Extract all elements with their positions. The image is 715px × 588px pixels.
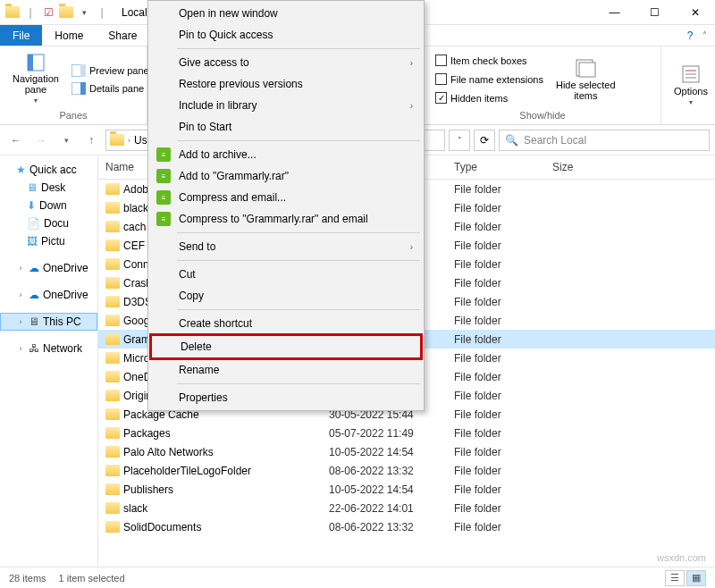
file-name: CEF <box>123 239 145 252</box>
thumbnails-view-button[interactable]: ▦ <box>686 570 706 586</box>
cm-copy[interactable]: Copy <box>150 285 422 307</box>
sidebar-item-documents[interactable]: 📄Docu <box>0 214 97 232</box>
cm-delete[interactable]: Delete <box>149 333 423 360</box>
cm-pin-quick-access[interactable]: Pin to Quick access <box>150 24 422 46</box>
file-type: File folder <box>447 371 545 383</box>
chevron-right-icon[interactable]: › <box>128 136 130 145</box>
recent-locations-button[interactable]: ▾ <box>55 130 77 151</box>
file-row[interactable]: SolidDocuments08-06-2022 13:32File folde… <box>98 517 715 536</box>
window-title: Local <box>122 6 147 19</box>
navigation-pane-button[interactable]: Navigation pane ▾ <box>7 50 64 108</box>
cm-restore-versions[interactable]: Restore previous versions <box>150 73 422 95</box>
cm-add-to-rar[interactable]: ≡Add to "Grammarly.rar" <box>150 165 422 187</box>
address-dropdown-button[interactable]: ˅ <box>449 130 470 151</box>
up-button[interactable]: ↑ <box>80 130 102 151</box>
file-type: File folder <box>447 315 545 327</box>
folder-icon <box>105 277 120 289</box>
sidebar-item-onedrive-personal[interactable]: ›☁OneDrive <box>0 286 97 304</box>
folder-icon <box>105 408 120 420</box>
details-view-button[interactable]: ☰ <box>665 570 685 586</box>
folder-icon <box>105 352 120 364</box>
close-button[interactable]: ✕ <box>675 0 715 25</box>
column-type[interactable]: Type <box>447 155 545 179</box>
cm-open-new-window[interactable]: Open in new window <box>150 3 422 24</box>
file-date: 08-06-2022 13:32 <box>322 521 447 533</box>
cm-give-access-to[interactable]: Give access to› <box>150 52 422 73</box>
file-name: Packages <box>123 427 171 440</box>
sidebar-item-desktop[interactable]: 🖥Desk <box>0 179 97 197</box>
cm-create-shortcut[interactable]: Create shortcut <box>150 313 422 334</box>
new-folder-qat-icon[interactable] <box>59 5 73 20</box>
navigation-sidebar: ★Quick acc 🖥Desk ⬇Down 📄Docu 🖼Pictu ›☁On… <box>0 155 98 567</box>
item-checkboxes-toggle[interactable]: Item check boxes <box>432 53 547 68</box>
file-row[interactable]: PlaceholderTileLogoFolder08-06-2022 13:3… <box>98 461 715 480</box>
column-size[interactable]: Size <box>545 155 617 179</box>
cm-send-to[interactable]: Send to› <box>150 236 422 257</box>
cm-compress-email[interactable]: ≡Compress and email... <box>150 187 422 208</box>
help-icon[interactable]: ? <box>677 25 702 46</box>
refresh-button[interactable]: ⟳ <box>474 130 495 151</box>
sidebar-item-pictures[interactable]: 🖼Pictu <box>0 232 97 250</box>
chevron-right-icon: › <box>410 242 413 252</box>
cm-separator <box>177 309 420 310</box>
ribbon-collapse-icon[interactable]: ˄ <box>702 25 715 46</box>
cm-include-library[interactable]: Include in library› <box>150 95 422 116</box>
file-date: 22-06-2022 14:01 <box>322 502 447 515</box>
cm-rename[interactable]: Rename <box>150 359 422 381</box>
cm-separator <box>177 140 420 141</box>
sidebar-item-network[interactable]: ›🖧Network <box>0 340 97 357</box>
properties-qat-icon[interactable]: ☑ <box>41 5 55 20</box>
cm-cut[interactable]: Cut <box>150 264 422 285</box>
file-row[interactable]: slack22-06-2022 14:01File folder <box>98 499 715 517</box>
qat-dropdown-icon[interactable]: ▾ <box>77 5 91 20</box>
hide-selected-button[interactable]: Hide selected items <box>551 50 621 108</box>
rar-icon: ≡ <box>156 190 171 205</box>
file-type: File folder <box>447 408 545 421</box>
file-date: 10-05-2022 14:54 <box>322 483 447 496</box>
preview-pane-button[interactable]: Preview pane <box>68 63 153 79</box>
sidebar-item-this-pc[interactable]: ›🖥This PC <box>0 313 97 331</box>
file-extensions-toggle[interactable]: File name extensions <box>432 71 547 87</box>
file-row[interactable]: Palo Alto Networks10-05-2022 14:54File f… <box>98 442 715 461</box>
maximize-button[interactable]: ☐ <box>635 0 675 25</box>
checkbox-empty-icon <box>435 73 447 85</box>
cm-add-archive[interactable]: ≡Add to archive... <box>150 144 422 165</box>
hidden-items-toggle[interactable]: ✓Hidden items <box>432 90 547 105</box>
file-name: Conn <box>123 258 149 271</box>
sidebar-item-quick-access[interactable]: ★Quick acc <box>0 161 97 179</box>
forward-button[interactable]: → <box>30 130 52 151</box>
tab-home[interactable]: Home <box>42 25 96 46</box>
file-name: Publishers <box>123 483 173 496</box>
file-name: black <box>123 202 148 214</box>
folder-icon <box>105 258 120 270</box>
cm-separator <box>177 260 420 261</box>
sidebar-item-downloads[interactable]: ⬇Down <box>0 197 97 214</box>
preview-pane-icon <box>72 64 86 77</box>
details-pane-button[interactable]: Details pane <box>68 80 153 97</box>
folder-icon <box>105 502 120 514</box>
file-type: File folder <box>447 221 545 233</box>
cm-pin-start[interactable]: Pin to Start <box>150 116 422 138</box>
folder-icon <box>105 465 120 476</box>
sidebar-item-onedrive[interactable]: ›☁OneDrive <box>0 259 97 277</box>
tab-share[interactable]: Share <box>96 25 149 46</box>
tab-file[interactable]: File <box>0 25 42 46</box>
folder-icon <box>105 521 120 533</box>
folder-icon <box>5 5 20 20</box>
back-button[interactable]: ← <box>5 130 27 151</box>
cm-compress-rar-email[interactable]: ≡Compress to "Grammarly.rar" and email <box>150 208 422 230</box>
folder-icon <box>105 239 120 251</box>
rar-icon: ≡ <box>156 212 171 226</box>
file-type: File folder <box>447 352 545 365</box>
cm-properties[interactable]: Properties <box>150 387 422 408</box>
chevron-right-icon: › <box>410 58 413 68</box>
search-input[interactable]: 🔍 Search Local <box>499 130 710 151</box>
minimize-button[interactable]: — <box>594 0 635 25</box>
file-row[interactable]: Packages05-07-2022 11:49File folder <box>98 424 715 442</box>
options-button[interactable]: Options ▾ <box>669 50 713 121</box>
svg-rect-3 <box>80 64 86 77</box>
file-row[interactable]: Publishers10-05-2022 14:54File folder <box>98 480 715 499</box>
qat-separator: | <box>23 5 38 20</box>
file-type: File folder <box>447 427 545 440</box>
file-type: File folder <box>447 239 545 252</box>
